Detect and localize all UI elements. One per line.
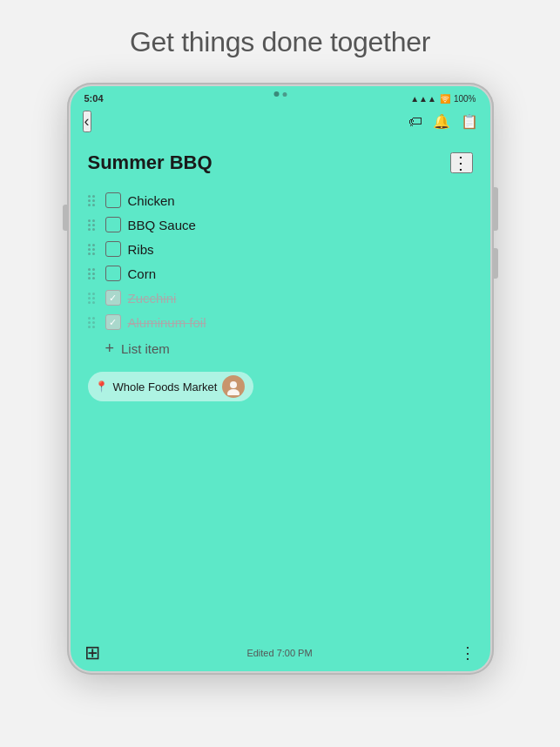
page-wrapper: Get things done together 5:04 ▲▲▲ 🛜 100% <box>0 0 560 747</box>
list-content: Summer BBQ ⋮ Chicken <box>71 138 490 635</box>
more-options-button[interactable]: ⋮ <box>450 152 473 173</box>
drag-handle <box>88 219 98 231</box>
back-button[interactable]: ‹ <box>83 111 91 132</box>
item-checkbox-5[interactable] <box>105 290 121 306</box>
camera-sensor <box>282 92 287 97</box>
bottom-bar: ⊞ Edited 7:00 PM ⋮ <box>71 635 490 671</box>
item-text-5: Zucchini <box>128 291 177 306</box>
list-item: Ribs <box>88 239 473 259</box>
drag-handle <box>88 268 98 279</box>
user-avatar <box>222 375 245 398</box>
drag-handle <box>88 293 98 304</box>
item-text-6: Aluminum foil <box>128 315 206 330</box>
top-nav: ‹ 🏷 🔔 📋 <box>71 107 490 138</box>
item-checkbox-4[interactable] <box>105 266 121 281</box>
battery-icon: 100% <box>454 94 476 104</box>
camera-dot <box>273 91 279 97</box>
status-time: 5:04 <box>84 93 104 104</box>
list-item: Chicken <box>88 190 473 211</box>
add-item-row[interactable]: + List item <box>88 334 473 358</box>
tablet-frame: 5:04 ▲▲▲ 🛜 100% ‹ 🏷 🔔 📋 Summe <box>67 83 494 675</box>
item-text-4: Corn <box>128 266 157 281</box>
item-checkbox-1[interactable] <box>105 192 121 208</box>
item-checkbox-6[interactable] <box>105 314 121 330</box>
nav-icons: 🏷 🔔 📋 <box>408 113 478 130</box>
tablet-screen: 5:04 ▲▲▲ 🛜 100% ‹ 🏷 🔔 📋 Summe <box>71 86 490 671</box>
list-item: BBQ Sauce <box>88 214 473 235</box>
item-checkbox-3[interactable] <box>105 241 121 257</box>
item-checkbox-2[interactable] <box>105 217 121 232</box>
store-name: Whole Foods Market <box>113 380 218 394</box>
status-bar: 5:04 ▲▲▲ 🛜 100% <box>71 86 490 107</box>
bottom-more-button[interactable]: ⋮ <box>460 643 476 663</box>
add-item-label: List item <box>121 341 170 356</box>
volume-button <box>494 248 498 279</box>
reminder-icon[interactable]: 🔔 <box>433 113 450 130</box>
list-title: Summer BBQ <box>88 151 213 174</box>
lock-button <box>63 205 67 231</box>
store-tag[interactable]: 📍 Whole Foods Market <box>88 372 254 401</box>
item-text-3: Ribs <box>128 242 154 257</box>
list-item: Aluminum foil <box>88 312 473 333</box>
drag-handle <box>88 317 98 328</box>
camera-area <box>273 91 287 97</box>
signal-icon: ▲▲▲ <box>410 94 436 104</box>
headline: Get things done together <box>130 26 430 58</box>
item-text-1: Chicken <box>128 193 175 208</box>
list-item: Zucchini <box>88 287 473 308</box>
svg-point-1 <box>230 381 237 388</box>
drag-handle <box>88 244 98 255</box>
drag-handle <box>88 195 98 206</box>
location-pin-icon: 📍 <box>95 380 108 393</box>
pin-icon[interactable]: 🏷 <box>408 114 422 130</box>
edited-timestamp: Edited 7:00 PM <box>246 648 312 658</box>
add-plus-icon: + <box>105 340 115 358</box>
list-header: Summer BBQ ⋮ <box>88 151 473 174</box>
calendar-icon[interactable]: 📋 <box>461 113 478 130</box>
wifi-icon: 🛜 <box>440 94 450 104</box>
list-items: Chicken BBQ Sauce <box>88 190 473 333</box>
item-text-2: BBQ Sauce <box>128 218 196 232</box>
list-item: Corn <box>88 263 473 284</box>
status-icons: ▲▲▲ 🛜 100% <box>410 94 476 104</box>
add-list-icon[interactable]: ⊞ <box>84 642 100 664</box>
power-button <box>494 187 498 231</box>
